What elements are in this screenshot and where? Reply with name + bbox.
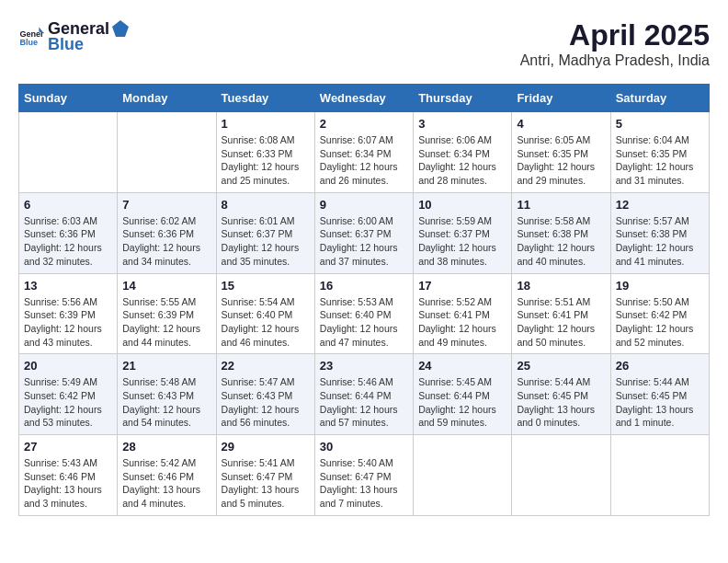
day-number: 1 xyxy=(222,117,310,131)
day-detail: Sunrise: 5:45 AM Sunset: 6:44 PM Dayligh… xyxy=(418,375,506,430)
calendar-cell: 14Sunrise: 5:55 AM Sunset: 6:39 PM Dayli… xyxy=(118,273,216,354)
calendar-cell: 15Sunrise: 5:54 AM Sunset: 6:40 PM Dayli… xyxy=(216,273,314,354)
month-title: April 2025 xyxy=(520,18,710,52)
calendar-cell: 13Sunrise: 5:56 AM Sunset: 6:39 PM Dayli… xyxy=(19,273,118,354)
calendar-cell xyxy=(610,435,709,516)
day-detail: Sunrise: 5:44 AM Sunset: 6:45 PM Dayligh… xyxy=(517,375,605,430)
weekday-header: Wednesday xyxy=(314,85,413,112)
day-number: 25 xyxy=(517,359,605,373)
calendar-cell xyxy=(19,112,118,193)
day-detail: Sunrise: 5:47 AM Sunset: 6:43 PM Dayligh… xyxy=(222,375,310,430)
title-area: April 2025 Antri, Madhya Pradesh, India xyxy=(520,18,710,69)
calendar-cell: 30Sunrise: 5:40 AM Sunset: 6:47 PM Dayli… xyxy=(314,435,413,516)
calendar-cell: 4Sunrise: 6:05 AM Sunset: 6:35 PM Daylig… xyxy=(512,112,610,193)
calendar-cell xyxy=(118,112,216,193)
day-number: 21 xyxy=(122,359,210,373)
calendar-week-row: 27Sunrise: 5:43 AM Sunset: 6:46 PM Dayli… xyxy=(19,435,710,516)
calendar-cell: 28Sunrise: 5:42 AM Sunset: 6:46 PM Dayli… xyxy=(118,435,216,516)
day-detail: Sunrise: 5:44 AM Sunset: 6:45 PM Dayligh… xyxy=(616,375,704,430)
day-detail: Sunrise: 5:57 AM Sunset: 6:38 PM Dayligh… xyxy=(616,214,704,269)
calendar-cell: 8Sunrise: 6:01 AM Sunset: 6:37 PM Daylig… xyxy=(216,192,314,273)
calendar-cell: 17Sunrise: 5:52 AM Sunset: 6:41 PM Dayli… xyxy=(414,273,512,354)
calendar-cell: 10Sunrise: 5:59 AM Sunset: 6:37 PM Dayli… xyxy=(414,192,512,273)
day-number: 13 xyxy=(24,279,112,293)
calendar-cell: 3Sunrise: 6:06 AM Sunset: 6:34 PM Daylig… xyxy=(414,112,512,193)
day-number: 17 xyxy=(418,279,506,293)
calendar-week-row: 13Sunrise: 5:56 AM Sunset: 6:39 PM Dayli… xyxy=(19,273,710,354)
day-number: 18 xyxy=(517,279,605,293)
calendar-cell: 11Sunrise: 5:58 AM Sunset: 6:38 PM Dayli… xyxy=(512,192,610,273)
day-detail: Sunrise: 5:49 AM Sunset: 6:42 PM Dayligh… xyxy=(24,375,112,430)
day-number: 28 xyxy=(122,440,210,454)
calendar-cell: 1Sunrise: 6:08 AM Sunset: 6:33 PM Daylig… xyxy=(216,112,314,193)
day-detail: Sunrise: 5:40 AM Sunset: 6:47 PM Dayligh… xyxy=(320,456,408,511)
calendar-cell: 16Sunrise: 5:53 AM Sunset: 6:40 PM Dayli… xyxy=(314,273,413,354)
day-number: 6 xyxy=(24,198,112,212)
day-detail: Sunrise: 6:06 AM Sunset: 6:34 PM Dayligh… xyxy=(418,133,506,188)
day-number: 11 xyxy=(517,198,605,212)
day-number: 24 xyxy=(418,359,506,373)
day-detail: Sunrise: 5:52 AM Sunset: 6:41 PM Dayligh… xyxy=(418,295,506,350)
calendar-cell xyxy=(512,435,610,516)
calendar-cell xyxy=(414,435,512,516)
day-detail: Sunrise: 5:55 AM Sunset: 6:39 PM Dayligh… xyxy=(122,295,210,350)
day-number: 29 xyxy=(222,440,310,454)
day-detail: Sunrise: 6:08 AM Sunset: 6:33 PM Dayligh… xyxy=(222,133,310,188)
day-detail: Sunrise: 5:51 AM Sunset: 6:41 PM Dayligh… xyxy=(517,295,605,350)
weekday-header: Monday xyxy=(118,85,216,112)
calendar-cell: 21Sunrise: 5:48 AM Sunset: 6:43 PM Dayli… xyxy=(118,354,216,435)
day-number: 27 xyxy=(24,440,112,454)
calendar-cell: 23Sunrise: 5:46 AM Sunset: 6:44 PM Dayli… xyxy=(314,354,413,435)
day-number: 16 xyxy=(320,279,408,293)
header: General Blue General Blue April 2025 Ant… xyxy=(18,18,710,69)
day-number: 7 xyxy=(122,198,210,212)
day-detail: Sunrise: 5:58 AM Sunset: 6:38 PM Dayligh… xyxy=(517,214,605,269)
day-detail: Sunrise: 6:00 AM Sunset: 6:37 PM Dayligh… xyxy=(320,214,408,269)
calendar-cell: 9Sunrise: 6:00 AM Sunset: 6:37 PM Daylig… xyxy=(314,192,413,273)
day-detail: Sunrise: 5:43 AM Sunset: 6:46 PM Dayligh… xyxy=(24,456,112,511)
weekday-header: Friday xyxy=(512,85,610,112)
day-number: 14 xyxy=(122,279,210,293)
day-number: 9 xyxy=(320,198,408,212)
calendar: SundayMondayTuesdayWednesdayThursdayFrid… xyxy=(18,84,710,516)
calendar-week-row: 1Sunrise: 6:08 AM Sunset: 6:33 PM Daylig… xyxy=(19,112,710,193)
day-number: 26 xyxy=(616,359,704,373)
location-title: Antri, Madhya Pradesh, India xyxy=(520,52,710,69)
calendar-cell: 2Sunrise: 6:07 AM Sunset: 6:34 PM Daylig… xyxy=(314,112,413,193)
day-detail: Sunrise: 5:59 AM Sunset: 6:37 PM Dayligh… xyxy=(418,214,506,269)
day-detail: Sunrise: 5:48 AM Sunset: 6:43 PM Dayligh… xyxy=(122,375,210,430)
day-number: 15 xyxy=(222,279,310,293)
day-number: 20 xyxy=(24,359,112,373)
calendar-week-row: 20Sunrise: 5:49 AM Sunset: 6:42 PM Dayli… xyxy=(19,354,710,435)
logo-icon: General Blue xyxy=(18,24,44,50)
day-number: 2 xyxy=(320,117,408,131)
calendar-cell: 6Sunrise: 6:03 AM Sunset: 6:36 PM Daylig… xyxy=(19,192,118,273)
day-number: 22 xyxy=(222,359,310,373)
day-number: 19 xyxy=(616,279,704,293)
calendar-cell: 18Sunrise: 5:51 AM Sunset: 6:41 PM Dayli… xyxy=(512,273,610,354)
day-detail: Sunrise: 5:53 AM Sunset: 6:40 PM Dayligh… xyxy=(320,295,408,350)
weekday-header: Saturday xyxy=(610,85,709,112)
calendar-cell: 29Sunrise: 5:41 AM Sunset: 6:47 PM Dayli… xyxy=(216,435,314,516)
calendar-cell: 24Sunrise: 5:45 AM Sunset: 6:44 PM Dayli… xyxy=(414,354,512,435)
calendar-cell: 7Sunrise: 6:02 AM Sunset: 6:36 PM Daylig… xyxy=(118,192,216,273)
weekday-header: Thursday xyxy=(414,85,512,112)
calendar-cell: 5Sunrise: 6:04 AM Sunset: 6:35 PM Daylig… xyxy=(610,112,709,193)
day-number: 3 xyxy=(418,117,506,131)
day-detail: Sunrise: 5:56 AM Sunset: 6:39 PM Dayligh… xyxy=(24,295,112,350)
day-detail: Sunrise: 6:04 AM Sunset: 6:35 PM Dayligh… xyxy=(616,133,704,188)
day-detail: Sunrise: 5:54 AM Sunset: 6:40 PM Dayligh… xyxy=(222,295,310,350)
weekday-header: Sunday xyxy=(19,85,118,112)
day-number: 10 xyxy=(418,198,506,212)
day-detail: Sunrise: 5:46 AM Sunset: 6:44 PM Dayligh… xyxy=(320,375,408,430)
calendar-cell: 19Sunrise: 5:50 AM Sunset: 6:42 PM Dayli… xyxy=(610,273,709,354)
calendar-header-row: SundayMondayTuesdayWednesdayThursdayFrid… xyxy=(19,85,710,112)
day-number: 23 xyxy=(320,359,408,373)
calendar-cell: 26Sunrise: 5:44 AM Sunset: 6:45 PM Dayli… xyxy=(610,354,709,435)
calendar-cell: 27Sunrise: 5:43 AM Sunset: 6:46 PM Dayli… xyxy=(19,435,118,516)
weekday-header: Tuesday xyxy=(216,85,314,112)
day-number: 12 xyxy=(616,198,704,212)
logo-flag-icon xyxy=(110,18,131,39)
day-detail: Sunrise: 5:42 AM Sunset: 6:46 PM Dayligh… xyxy=(122,456,210,511)
day-detail: Sunrise: 5:50 AM Sunset: 6:42 PM Dayligh… xyxy=(616,295,704,350)
